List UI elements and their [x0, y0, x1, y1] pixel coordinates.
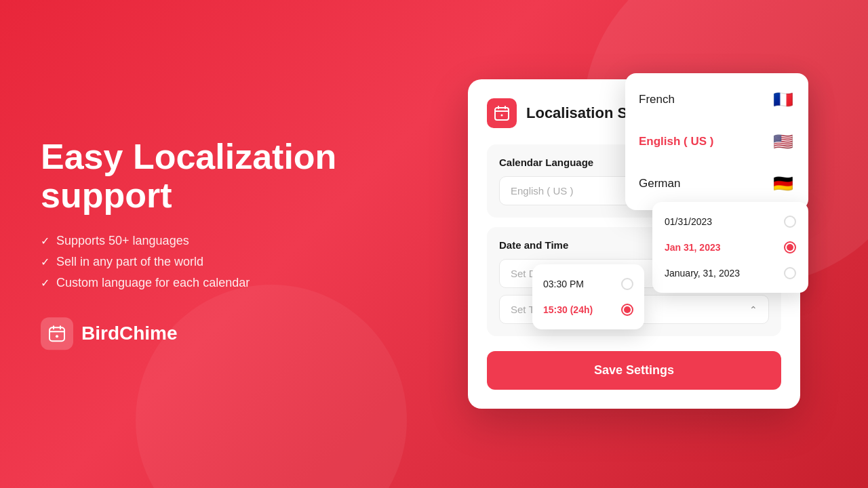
flag-german: 🇩🇪 [772, 172, 795, 195]
card-logo-icon [487, 98, 517, 128]
time-format-popup: 03:30 PM 15:30 (24h) [532, 264, 644, 329]
brand-name: BirdChime [81, 323, 178, 345]
flag-french: 🇫🇷 [772, 88, 795, 111]
flag-english-us: 🇺🇸 [772, 130, 795, 153]
brand-logo-icon [41, 318, 73, 350]
date-item-january31[interactable]: January, 31, 2023 [652, 260, 808, 286]
hero-title: Easy Localization support [41, 138, 359, 215]
language-popup: French 🇫🇷 English ( US ) 🇺🇸 German 🇩🇪 [625, 73, 808, 210]
check-icon-2: ✓ [41, 256, 50, 269]
feature-item-2: ✓ Sell in any part of the world [41, 256, 359, 270]
save-settings-button[interactable]: Save Settings [487, 351, 781, 390]
radio-date-1[interactable] [784, 241, 796, 253]
date-item-jan31[interactable]: Jan 31, 2023 [652, 235, 808, 260]
check-icon-3: ✓ [41, 277, 50, 290]
svg-rect-0 [50, 328, 64, 342]
feature-item-1: ✓ Supports 50+ languages [41, 235, 359, 249]
svg-point-4 [56, 336, 58, 338]
radio-date-0[interactable] [784, 216, 796, 228]
check-icon-1: ✓ [41, 235, 50, 248]
date-item-mmddyyyy[interactable]: 01/31/2023 [652, 209, 808, 235]
feature-item-3: ✓ Custom language for each calendar [41, 277, 359, 291]
radio-time-1[interactable] [621, 304, 633, 316]
chevron-up-icon-time: ⌃ [749, 304, 757, 315]
features-list: ✓ Supports 50+ languages ✓ Sell in any p… [41, 235, 359, 291]
lang-item-french[interactable]: French 🇫🇷 [625, 79, 808, 121]
lang-item-german[interactable]: German 🇩🇪 [625, 163, 808, 205]
time-item-24h[interactable]: 15:30 (24h) [532, 297, 644, 323]
brand: BirdChime [41, 318, 359, 350]
svg-point-9 [501, 115, 503, 117]
date-format-popup: 01/31/2023 Jan 31, 2023 January, 31, 202… [652, 202, 808, 293]
svg-rect-5 [495, 108, 509, 120]
time-item-12h[interactable]: 03:30 PM [532, 271, 644, 297]
calendar-language-value: English ( US ) [511, 185, 574, 197]
lang-item-english-us[interactable]: English ( US ) 🇺🇸 [625, 121, 808, 163]
radio-date-2[interactable] [784, 267, 796, 279]
radio-time-0[interactable] [621, 278, 633, 290]
left-panel: Easy Localization support ✓ Supports 50+… [41, 138, 359, 350]
